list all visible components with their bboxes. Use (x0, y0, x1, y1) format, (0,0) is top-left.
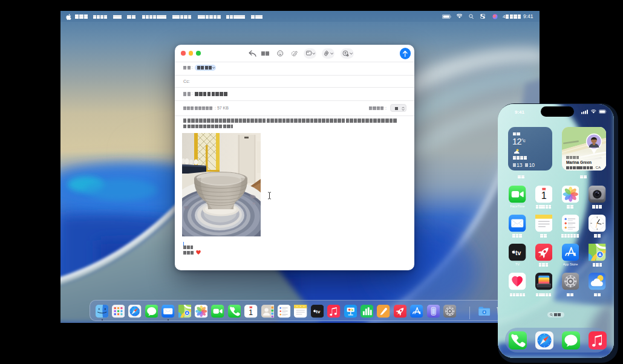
svg-text:+: + (347, 54, 348, 56)
